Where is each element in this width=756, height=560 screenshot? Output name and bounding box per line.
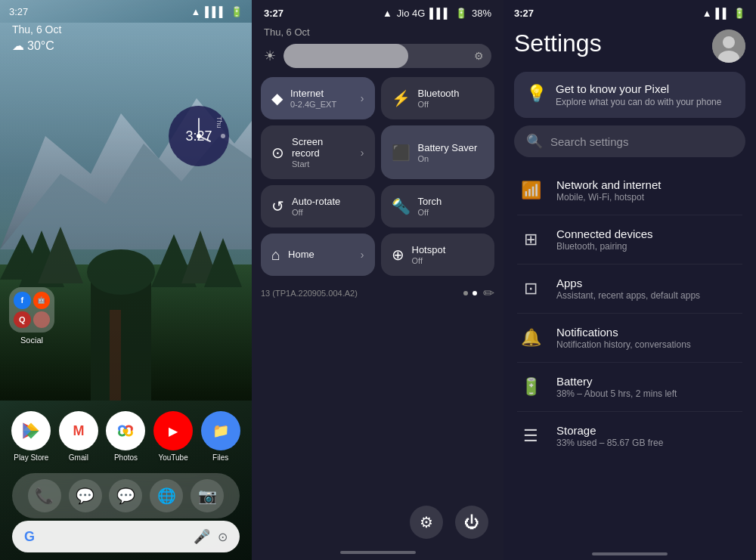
brightness-slider[interactable]: ⚙ xyxy=(284,44,491,68)
network-label: Network and internet xyxy=(556,178,742,191)
qs-tile-home[interactable]: ⌂ Home › xyxy=(261,234,375,276)
home-status-time: 3:27 xyxy=(9,6,28,17)
playstore-svg xyxy=(20,420,42,441)
torch-sub: Off xyxy=(418,208,485,217)
whatsapp-icon[interactable]: 💬 xyxy=(109,479,142,512)
internet-sub: 0-2.4G_EXT xyxy=(290,100,353,109)
brightness-row: ☀ ⚙ xyxy=(252,44,503,77)
settings-time: 3:27 xyxy=(514,8,534,19)
settings-item-battery[interactable]: 🔋 Battery 38% – About 5 hrs, 2 mins left xyxy=(507,363,753,411)
mic-icon[interactable]: 🎤 xyxy=(194,528,210,545)
qs-tile-internet[interactable]: ◆ Internet 0-2.4G_EXT › xyxy=(261,77,375,119)
batterysaver-sub: On xyxy=(418,154,485,163)
battery-icon: 🔋 xyxy=(231,6,243,17)
gmail-label: Gmail xyxy=(69,453,88,462)
qs-tile-hotspot[interactable]: ⊕ Hotspot Off xyxy=(381,234,495,276)
settings-item-notifications[interactable]: 🔔 Notifications Notification history, co… xyxy=(507,314,753,362)
settings-nav-pill xyxy=(592,552,668,555)
qs-dot-1 xyxy=(463,291,468,295)
apps-label: Apps xyxy=(556,277,742,289)
qs-home-indicator xyxy=(252,551,503,560)
qs-date-header: Thu, 6 Oct xyxy=(252,23,503,44)
network-sub: Mobile, Wi-Fi, hotspot xyxy=(556,192,742,203)
camera-icon[interactable]: 📷 xyxy=(191,479,224,512)
internet-arrow-icon: › xyxy=(361,92,364,104)
youtube-label: YouTube xyxy=(158,453,187,462)
home-tile-icon: ⌂ xyxy=(271,246,280,264)
playstore-label-text: Play Store xyxy=(14,453,48,462)
home-tile-arrow-icon: › xyxy=(361,249,364,261)
svg-point-19 xyxy=(723,36,735,48)
qs-footer: 13 (TP1A.220905.004.A2) ✏ xyxy=(252,285,503,302)
settings-search-bar[interactable]: 🔍 Search settings xyxy=(514,125,745,157)
qs-tile-torch[interactable]: 🔦 Torch Off xyxy=(381,185,495,227)
qs-battery-pct: 38% xyxy=(472,8,491,19)
apps-icon: ⊡ xyxy=(517,275,544,302)
wifi-icon: ▲ xyxy=(191,6,200,17)
chrome-icon[interactable]: 🌐 xyxy=(150,479,183,512)
social-folder[interactable]: f 🤖 Q Social xyxy=(9,287,54,345)
qs-tile-bluetooth[interactable]: ⚡ Bluetooth Off xyxy=(381,77,495,119)
gmail-icon: M xyxy=(59,411,98,450)
brightness-gear-icon[interactable]: ⚙ xyxy=(474,50,484,62)
battery-label: Battery xyxy=(556,375,742,388)
home-tile-label: Home xyxy=(288,249,353,260)
user-avatar[interactable] xyxy=(712,29,745,63)
settings-wifi-icon: ▲ xyxy=(702,8,712,19)
batterysaver-label: Battery Saver xyxy=(418,142,485,153)
playstore-app[interactable]: Internet Play Store xyxy=(11,411,51,462)
extra-apps-icon xyxy=(33,311,51,329)
qs-power-button[interactable]: ⏻ xyxy=(455,506,488,539)
settings-item-network[interactable]: 📶 Network and internet Mobile, Wi-Fi, ho… xyxy=(507,166,753,215)
screenrecord-label: Screen record xyxy=(292,136,353,159)
settings-item-storage[interactable]: ☰ Storage 33% used – 85.67 GB free xyxy=(507,412,753,460)
qs-tile-screenrecord[interactable]: ⊙ Screen record Start › xyxy=(261,125,375,179)
photos-app[interactable]: Photos xyxy=(106,411,145,462)
qs-tile-batterysaver[interactable]: ⬛ Battery Saver On xyxy=(381,125,495,179)
batterysaver-icon: ⬛ xyxy=(392,144,411,162)
home-date: Thu, 6 Oct xyxy=(12,23,240,36)
settings-list: 📶 Network and internet Mobile, Wi-Fi, ho… xyxy=(503,166,756,545)
battery-settings-icon: 🔋 xyxy=(517,373,544,401)
files-app[interactable]: 📁 Files xyxy=(201,411,240,462)
qs-status-icons: ▲ Jio 4G ▌▌▌ 🔋 38% xyxy=(383,8,491,19)
reddit-icon: 🤖 xyxy=(33,292,51,309)
google-search-bar[interactable]: G 🎤 ⊙ xyxy=(12,521,240,552)
settings-promo-banner[interactable]: 💡 Get to know your Pixel Explore what yo… xyxy=(514,72,745,118)
storage-sub: 33% used – 85.67 GB free xyxy=(556,438,742,448)
settings-title: Settings xyxy=(514,29,602,57)
qs-date: Thu, 6 Oct xyxy=(264,26,310,38)
lens-icon[interactable]: ⊙ xyxy=(218,530,228,544)
screenrecord-sub: Start xyxy=(292,159,353,169)
qs-carrier: Jio 4G xyxy=(397,8,426,19)
youtube-app[interactable]: ▶ YouTube xyxy=(153,411,193,462)
qs-time: 3:27 xyxy=(264,8,284,19)
autorotate-label: Auto-rotate xyxy=(292,196,364,207)
clock-hands xyxy=(172,110,225,162)
screenrecord-icon: ⊙ xyxy=(271,144,284,162)
avatar-svg xyxy=(712,29,745,63)
promo-icon: 💡 xyxy=(526,84,547,104)
qs-tile-autorotate[interactable]: ↺ Auto-rotate Off xyxy=(261,185,375,227)
gmail-app[interactable]: M Gmail xyxy=(59,411,98,462)
notifications-label: Notifications xyxy=(556,326,742,339)
settings-status-icons: ▲ ▌▌ 🔋 xyxy=(702,8,745,19)
qs-nav-pill xyxy=(340,551,416,554)
qs-settings-button[interactable]: ⚙ xyxy=(410,506,443,539)
internet-icon: ◆ xyxy=(271,89,283,107)
settings-search-icon: 🔍 xyxy=(526,133,543,150)
torch-label: Torch xyxy=(418,196,485,207)
autorotate-sub: Off xyxy=(292,208,364,217)
photos-icon xyxy=(106,411,145,450)
bluetooth-label: Bluetooth xyxy=(418,88,485,99)
signal-icon: ▌▌▌ xyxy=(205,6,226,17)
qs-status-bar: 3:27 ▲ Jio 4G ▌▌▌ 🔋 38% xyxy=(252,0,503,23)
internet-label: Internet xyxy=(290,88,353,99)
network-icon: 📶 xyxy=(517,177,544,204)
settings-item-connected[interactable]: ⊞ Connected devices Bluetooth, pairing xyxy=(507,215,753,264)
settings-item-apps[interactable]: ⊡ Apps Assistant, recent apps, default a… xyxy=(507,265,753,313)
messages-icon[interactable]: 💬 xyxy=(69,479,102,512)
qs-edit-icon[interactable]: ✏ xyxy=(483,285,494,302)
notifications-sub: Notification history, conversations xyxy=(556,339,742,350)
phone-icon[interactable]: 📞 xyxy=(28,479,61,512)
